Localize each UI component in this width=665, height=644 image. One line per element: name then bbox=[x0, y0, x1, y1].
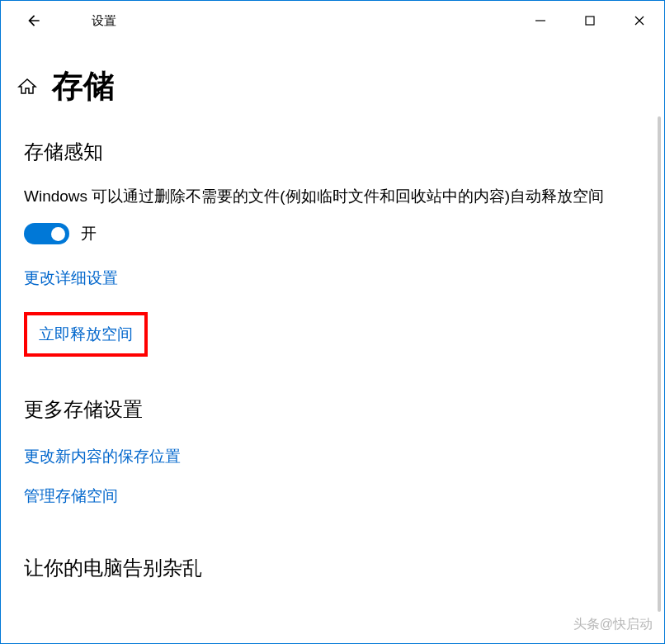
change-save-location-link[interactable]: 更改新内容的保存位置 bbox=[24, 446, 181, 467]
change-detail-settings-link[interactable]: 更改详细设置 bbox=[24, 268, 118, 289]
scrollbar[interactable] bbox=[658, 116, 661, 612]
maximize-button[interactable] bbox=[565, 4, 615, 37]
watermark-text: 头条@快启动 bbox=[573, 616, 653, 633]
close-button[interactable] bbox=[615, 4, 664, 37]
manage-storage-link[interactable]: 管理存储空间 bbox=[24, 485, 118, 507]
toggle-state-label: 开 bbox=[81, 223, 97, 244]
content-area: 存储感知 Windows 可以通过删除不需要的文件(例如临时文件和回收站中的内容… bbox=[1, 139, 664, 581]
storage-sense-description: Windows 可以通过删除不需要的文件(例如临时文件和回收站中的内容)自动释放… bbox=[24, 183, 641, 210]
storage-sense-toggle-row: 开 bbox=[24, 223, 641, 244]
page-header: 存储 bbox=[1, 40, 664, 124]
cleanup-title: 让你的电脑告别杂乱 bbox=[24, 555, 641, 581]
close-icon bbox=[634, 15, 645, 26]
home-icon[interactable] bbox=[17, 77, 37, 97]
minimize-button[interactable] bbox=[516, 4, 565, 37]
page-title: 存储 bbox=[52, 65, 115, 107]
window-title: 设置 bbox=[92, 13, 116, 29]
free-space-now-link[interactable]: 立即释放空间 bbox=[24, 312, 148, 357]
back-button[interactable] bbox=[17, 4, 50, 37]
maximize-icon bbox=[584, 15, 596, 26]
toggle-knob bbox=[51, 227, 65, 241]
titlebar: 设置 bbox=[1, 1, 664, 40]
more-storage-title: 更多存储设置 bbox=[24, 396, 641, 423]
minimize-icon bbox=[535, 15, 546, 26]
svg-rect-1 bbox=[586, 17, 594, 25]
titlebar-left: 设置 bbox=[1, 4, 116, 37]
window-controls bbox=[516, 4, 664, 37]
storage-sense-toggle[interactable] bbox=[24, 223, 69, 244]
storage-sense-title: 存储感知 bbox=[24, 139, 641, 165]
back-arrow-icon bbox=[26, 12, 42, 29]
